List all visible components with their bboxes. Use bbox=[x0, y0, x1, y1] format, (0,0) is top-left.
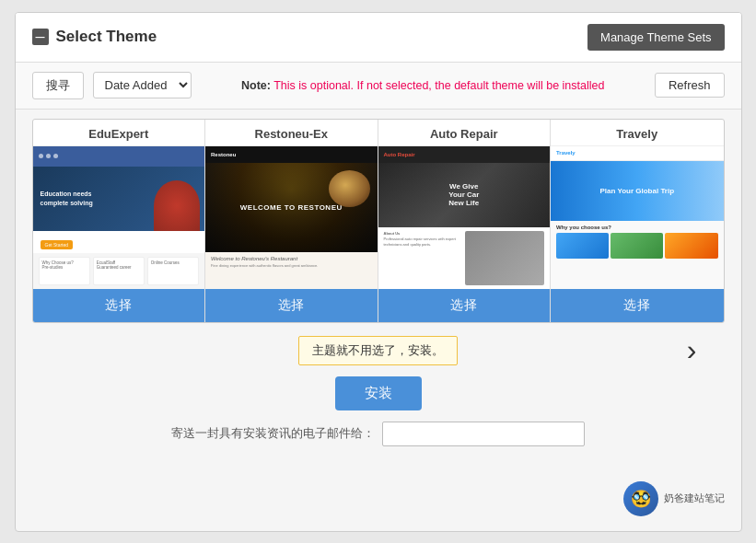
theme-name-autorepair: Auto Repair bbox=[378, 120, 551, 146]
theme-card-travely: Travely Travely Plan Your Global Trip Wh… bbox=[551, 120, 724, 322]
theme-preview-eduexpert: Education needscomplete solving Get Star… bbox=[33, 146, 205, 289]
theme-name-restoneu: Restoneu-Ex bbox=[205, 120, 378, 146]
theme-preview-restoneu: Restoneu WELCOME TO RESTONEU Welcome to … bbox=[205, 146, 378, 289]
theme-grid-container: EduExpert Education needscomplete solvin… bbox=[32, 119, 725, 323]
select-button-travely[interactable]: 选择 bbox=[551, 289, 724, 322]
edu-mini-card-2: EcualStaffGuaranteed career bbox=[93, 257, 145, 285]
theme-name-eduexpert: EduExpert bbox=[33, 120, 205, 146]
edu-btn-row: Get Started bbox=[33, 231, 205, 253]
rest-lower-title: Welcome to Restoneu's Restaurant bbox=[211, 256, 372, 261]
theme-preview-autorepair: Auto Repair We GiveYour CarNew Life Abou… bbox=[378, 146, 551, 289]
edu-mini-card-1: Why Choose us?Pre-studies bbox=[39, 257, 90, 285]
rest-food-image bbox=[329, 170, 370, 207]
travely-cards bbox=[556, 233, 718, 259]
edu-hero: Education needscomplete solving bbox=[33, 167, 205, 231]
page-title: Select Theme bbox=[56, 28, 157, 46]
next-arrow[interactable]: › bbox=[687, 333, 697, 367]
auto-text-about: About Us Professional auto repair servic… bbox=[384, 231, 463, 285]
page-header: Select Theme Manage Theme Sets bbox=[16, 13, 741, 63]
select-button-restoneu[interactable]: 选择 bbox=[205, 289, 378, 322]
travely-mini-2 bbox=[611, 233, 663, 259]
theme-card-autorepair: Auto Repair Auto Repair We GiveYour CarN… bbox=[378, 120, 552, 322]
theme-grid: EduExpert Education needscomplete solvin… bbox=[33, 120, 724, 322]
email-label: 寄送一封具有安装资讯的电子邮件给： bbox=[171, 425, 375, 442]
hint-row: 主题就不用选了，安装。 › bbox=[32, 336, 725, 365]
watermark-text: 奶爸建站笔记 bbox=[664, 491, 725, 505]
theme-card-eduexpert: EduExpert Education needscomplete solvin… bbox=[33, 120, 206, 322]
select-button-autorepair[interactable]: 选择 bbox=[378, 289, 551, 322]
rest-lower: Welcome to Restoneu's Restaurant Fine di… bbox=[205, 252, 378, 289]
travely-section-title: Why you choose us? bbox=[556, 225, 718, 230]
hint-box: 主题就不用选了，安装。 bbox=[298, 336, 458, 365]
select-button-eduexpert[interactable]: 选择 bbox=[33, 289, 205, 322]
search-button[interactable]: 搜寻 bbox=[32, 72, 84, 99]
watermark-emoji: 🥸 bbox=[631, 489, 651, 509]
header-left: Select Theme bbox=[32, 28, 157, 46]
travely-header: Travely bbox=[551, 146, 724, 161]
theme-card-restoneu: Restoneu-Ex Restoneu WELCOME TO RESTONEU… bbox=[205, 120, 378, 322]
auto-hero: We GiveYour CarNew Life bbox=[378, 163, 551, 227]
edu-header bbox=[33, 146, 205, 167]
rest-logo: Restoneu bbox=[211, 152, 236, 157]
travely-section: Why you choose us? bbox=[551, 221, 724, 289]
theme-name-travely: Travely bbox=[551, 120, 724, 146]
watermark: 🥸 奶爸建站笔记 bbox=[623, 481, 725, 516]
minus-icon bbox=[32, 29, 49, 45]
auto-header: Auto Repair bbox=[378, 146, 551, 163]
edu-hero-text: Education needscomplete solving bbox=[41, 190, 93, 208]
auto-hero-text: We GiveYour CarNew Life bbox=[448, 182, 479, 207]
travely-hero: Plan Your Global Trip bbox=[551, 161, 724, 221]
rest-hero-text: WELCOME TO RESTONEU bbox=[240, 203, 343, 212]
travely-hero-text: Plan Your Global Trip bbox=[599, 187, 674, 195]
manage-theme-button[interactable]: Manage Theme Sets bbox=[587, 24, 724, 51]
travely-mini-3 bbox=[665, 233, 717, 259]
email-input[interactable] bbox=[382, 422, 585, 446]
watermark-avatar: 🥸 bbox=[623, 481, 658, 516]
edu-cards: Why Choose us?Pre-studies EcualStaffGuar… bbox=[33, 253, 205, 289]
travely-mini-1 bbox=[556, 233, 609, 259]
edu-mini-card-3: Online Courses bbox=[147, 257, 199, 285]
auto-logo: Auto Repair bbox=[384, 152, 415, 157]
edu-hero-image bbox=[154, 180, 200, 231]
toolbar: 搜寻 Date Added Note: This is optional. If… bbox=[16, 63, 741, 110]
travely-logo: Travely bbox=[556, 150, 576, 156]
theme-preview-travely: Travely Plan Your Global Trip Why you ch… bbox=[551, 146, 724, 289]
rest-hero: WELCOME TO RESTONEU bbox=[205, 163, 378, 252]
note-body: This is optional. If not selected, the d… bbox=[271, 79, 604, 92]
note-bold: Note: bbox=[241, 79, 271, 92]
auto-car-image bbox=[465, 231, 544, 285]
rest-header: Restoneu bbox=[205, 146, 378, 163]
rest-lower-text: Fine dining experience with authentic fl… bbox=[211, 263, 372, 269]
email-row: 寄送一封具有安装资讯的电子邮件给： bbox=[32, 422, 725, 446]
sort-select[interactable]: Date Added bbox=[93, 72, 192, 98]
install-button[interactable]: 安装 bbox=[335, 376, 422, 410]
edu-small-btn: Get Started bbox=[41, 240, 74, 249]
auto-content: About Us Professional auto repair servic… bbox=[378, 227, 551, 289]
note-text: Note: This is optional. If not selected,… bbox=[201, 79, 646, 92]
refresh-button[interactable]: Refresh bbox=[655, 73, 725, 98]
